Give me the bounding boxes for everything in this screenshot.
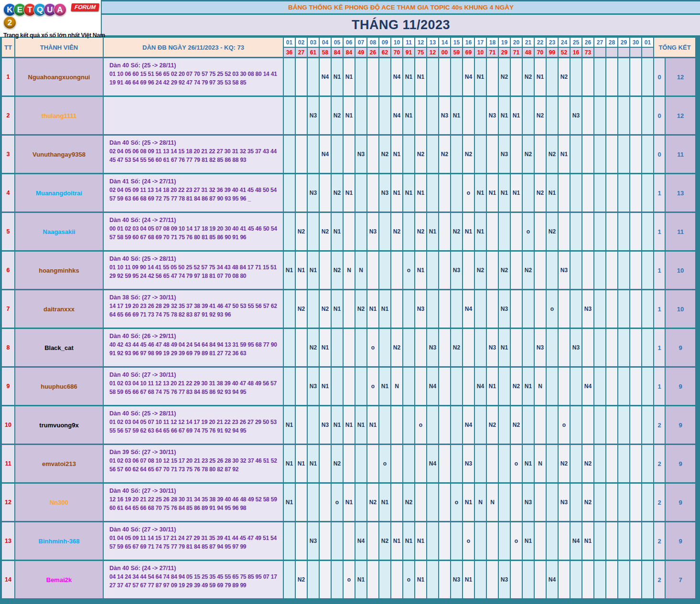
mark-cell: [606, 252, 617, 289]
mark-cell: [427, 252, 438, 289]
tongket-total: 9: [666, 406, 695, 444]
mark-cell: N3: [367, 213, 378, 250]
day-number: 04: [320, 38, 331, 47]
tongket-miss: 2: [654, 561, 665, 598]
mark-cell: [630, 329, 641, 366]
member-name[interactable]: Nguahoangxuongnui: [15, 58, 103, 95]
mark-cell: N3: [308, 97, 319, 134]
mark-cell: [547, 484, 558, 521]
day-number: 27: [594, 38, 605, 47]
mark-cell: [499, 406, 510, 444]
tongket-total: 11: [666, 136, 695, 173]
dan-title: Dàn 40 Số: (26 -> 29/11): [109, 333, 280, 339]
mark-cell: [463, 97, 474, 134]
mark-cell: N2: [499, 58, 510, 95]
day-column-header: 0962: [379, 38, 390, 57]
mark-cell: [487, 213, 498, 250]
mark-cell: [427, 290, 438, 328]
member-name[interactable]: Naagasakii: [15, 213, 103, 250]
mark-cell: [582, 174, 593, 212]
mark-cell: [606, 58, 617, 95]
dan-numbers-cell: Dàn 40 Số: (27 -> 30/11)12 16 19 20 21 2…: [104, 484, 283, 521]
mark-cell: [379, 97, 390, 134]
dan-numbers: 01 10 11 09 90 14 41 55 05 50 25 52 57 7…: [109, 264, 280, 280]
mark-cell: [427, 136, 438, 173]
mark-cell: [379, 406, 390, 444]
mark-cell: N3: [439, 97, 450, 134]
row-index: 9: [2, 368, 14, 405]
day-number: 10: [391, 38, 402, 47]
mark-cell: [320, 522, 331, 560]
mark-cell: [391, 252, 402, 289]
mark-cell: N1: [451, 97, 462, 134]
member-name[interactable]: daitranxxx: [15, 290, 103, 328]
mark-cell: [427, 97, 438, 134]
tongket-total: 9: [666, 329, 695, 366]
tongket-miss: 0: [654, 58, 665, 95]
col-header-member: THÀNH VIÊN: [15, 38, 103, 57]
mark-cell: [511, 58, 522, 95]
row-index: 7: [2, 290, 14, 328]
mark-cell: [630, 136, 641, 173]
day-result: 16: [571, 48, 582, 57]
day-result: 71: [487, 48, 498, 57]
day-number: 20: [511, 38, 522, 47]
ketqua2-logo[interactable]: KETQUA2 FORUM Trang kết quả xổ số lớn nh…: [0, 0, 101, 37]
mark-cell: N3: [559, 252, 570, 289]
mark-cell: [547, 58, 558, 95]
row-index: 5: [2, 213, 14, 250]
member-name[interactable]: Nn300: [15, 484, 103, 521]
member-name[interactable]: emvatoi213: [15, 445, 103, 482]
mark-cell: [630, 58, 641, 95]
mark-cell: N1: [320, 368, 331, 405]
mark-cell: [594, 406, 605, 444]
mark-cell: [582, 252, 593, 289]
mark-cell: [355, 445, 366, 482]
day-number: 03: [308, 38, 319, 47]
mark-cell: N3: [571, 97, 582, 134]
member-name[interactable]: hoangminhks: [15, 252, 103, 289]
mark-cell: [367, 561, 378, 598]
mark-cell: [439, 406, 450, 444]
tongket-miss: 1: [654, 368, 665, 405]
dan-numbers: 04 14 24 34 44 54 64 74 84 94 05 15 25 3…: [109, 573, 280, 590]
mark-cell: [559, 329, 570, 366]
member-name[interactable]: huuphuc686: [15, 368, 103, 405]
day-result: 49: [355, 48, 366, 57]
tongket-total: 11: [666, 213, 695, 250]
mark-cell: [296, 484, 307, 521]
member-name[interactable]: Vunuthangay9358: [15, 136, 103, 173]
row-index: 14: [2, 561, 14, 598]
mark-cell: [355, 329, 366, 366]
day-number: 18: [487, 38, 498, 47]
member-name[interactable]: Black_cat: [15, 329, 103, 366]
mark-cell: [487, 561, 498, 598]
member-name[interactable]: Bemai2k: [15, 561, 103, 598]
mark-cell: [475, 445, 486, 482]
mark-cell: [606, 522, 617, 560]
mark-cell: [642, 445, 653, 482]
mark-cell: [391, 445, 402, 482]
mark-cell: [523, 174, 534, 212]
day-result: [606, 48, 617, 57]
day-column-header: 2516: [571, 38, 582, 57]
mark-cell: N3: [559, 484, 570, 521]
member-name[interactable]: thulang1111: [15, 97, 103, 134]
member-name[interactable]: trumvuong9x: [15, 406, 103, 444]
mark-cell: [284, 329, 295, 366]
mark-cell: [582, 97, 593, 134]
mark-cell: [606, 561, 617, 598]
day-number: 19: [499, 38, 510, 47]
tongket-miss: 2: [654, 445, 665, 482]
mark-cell: [559, 174, 570, 212]
mark-cell: N1: [511, 174, 522, 212]
mark-cell: [439, 252, 450, 289]
day-number: 17: [475, 38, 486, 47]
mark-cell: [284, 290, 295, 328]
mark-cell: N1: [535, 58, 546, 95]
member-name[interactable]: Binhminh-368: [15, 522, 103, 560]
mark-cell: [630, 174, 641, 212]
mark-cell: N1: [499, 174, 510, 212]
member-name[interactable]: Muanangdoitrai: [15, 174, 103, 212]
row-index: 8: [2, 329, 14, 366]
